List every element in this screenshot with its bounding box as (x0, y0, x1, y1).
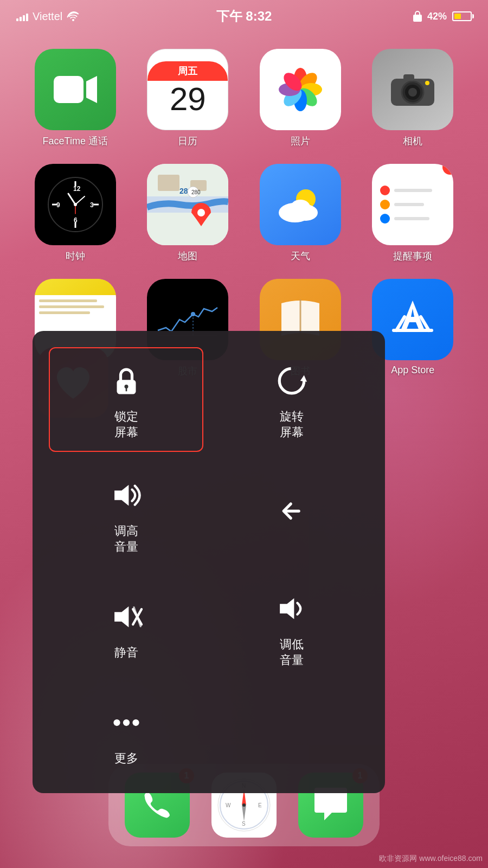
maps-label: 地图 (178, 250, 197, 263)
svg-point-28 (74, 203, 77, 206)
clock-label: 时钟 (66, 250, 85, 263)
status-bar: Viettel 下午 8:32 42% (0, 0, 488, 33)
back-item[interactable] (214, 463, 369, 565)
app-item-weather[interactable]: 天气 (247, 164, 354, 263)
maps-icon: 280 280 (147, 164, 228, 245)
svg-text:S: S (242, 821, 246, 827)
svg-text:E: E (258, 802, 262, 808)
app-item-facetime[interactable]: FaceTime 通话 (22, 49, 129, 148)
mute-label: 静音 (114, 645, 138, 661)
svg-marker-1 (86, 76, 97, 103)
volume-up-icon (107, 474, 145, 517)
battery-container (452, 11, 472, 21)
app-item-calendar[interactable]: 周五 29 日历 (134, 49, 242, 148)
lock-status-icon (413, 11, 422, 22)
watermark: 欧非资源网 www.ofeice88.com (379, 854, 483, 864)
weather-icon (260, 164, 341, 245)
carrier-name: Viettel (33, 10, 62, 23)
svg-rect-31 (158, 175, 179, 191)
rotate-screen-item[interactable]: 旋转屏幕 (214, 347, 369, 452)
svg-marker-52 (300, 375, 306, 382)
reminders-label: 提醒事项 (393, 250, 432, 263)
svg-rect-0 (54, 76, 84, 103)
lock-screen-icon (107, 359, 145, 403)
photos-icon (260, 49, 341, 130)
more-label: 更多 (114, 751, 138, 767)
camera-label: 相机 (403, 135, 422, 148)
camera-icon (372, 49, 453, 130)
volume-up-label: 调高音量 (114, 524, 138, 554)
app-item-clock[interactable]: 12 3 6 9 时钟 (22, 164, 129, 263)
status-right: 42% (413, 11, 472, 22)
battery-icon (452, 11, 472, 21)
battery-fill (454, 14, 461, 19)
calendar-label: 日历 (178, 135, 197, 148)
facetime-icon (35, 49, 116, 130)
status-time: 下午 8:32 (216, 8, 272, 25)
svg-point-36 (197, 209, 205, 216)
status-left: Viettel (16, 10, 80, 23)
app-item-camera[interactable]: 相机 (359, 49, 467, 148)
svg-marker-58 (280, 598, 294, 620)
svg-marker-53 (114, 485, 129, 506)
svg-point-13 (408, 88, 417, 97)
rotate-screen-icon (273, 359, 311, 403)
mute-icon (107, 595, 145, 639)
clock-icon: 12 3 6 9 (35, 164, 116, 245)
app-item-maps[interactable]: 280 280 地图 (134, 164, 242, 263)
back-arrow-icon (273, 489, 311, 533)
signal-bar-4 (26, 14, 28, 21)
svg-line-57 (134, 607, 140, 626)
svg-text:280: 280 (191, 189, 201, 195)
app-item-photos[interactable]: 照片 (247, 49, 354, 148)
facetime-label: FaceTime 通话 (43, 135, 108, 148)
wifi-icon (67, 11, 80, 21)
lock-screen-item[interactable]: 锁定屏幕 (49, 347, 203, 452)
svg-point-59 (113, 719, 120, 725)
rotate-screen-label: 旋转屏幕 (280, 409, 304, 440)
svg-point-61 (132, 719, 139, 725)
signal-bar-2 (20, 17, 22, 21)
calendar-icon: 周五 29 (147, 49, 228, 130)
reminders-badge: 1 (442, 164, 453, 175)
app-item-reminders[interactable]: 1 提醒事项 (359, 164, 467, 263)
svg-point-15 (425, 81, 429, 85)
volume-down-label: 调低音量 (280, 637, 304, 668)
svg-text:W: W (226, 802, 231, 808)
svg-text:6: 6 (74, 216, 78, 224)
svg-point-60 (123, 719, 129, 725)
volume-down-icon (273, 587, 311, 630)
svg-rect-14 (403, 74, 414, 81)
svg-text:9: 9 (56, 201, 60, 209)
appstore-label: App Store (391, 365, 434, 376)
signal-bar-3 (23, 15, 25, 21)
signal-bar-1 (16, 18, 18, 21)
reminders-icon: 1 (372, 164, 453, 245)
svg-text:3: 3 (90, 201, 94, 209)
more-item[interactable]: 更多 (49, 690, 203, 777)
signal-bars (16, 11, 28, 21)
context-menu: 锁定屏幕 旋转屏幕 调高音量 (33, 331, 385, 793)
lock-screen-label: 锁定屏幕 (114, 409, 138, 440)
photos-label: 照片 (291, 135, 310, 148)
volume-down-item[interactable]: 调低音量 (214, 576, 369, 679)
svg-point-40 (291, 200, 310, 215)
svg-point-70 (242, 803, 246, 807)
svg-text:12: 12 (73, 185, 81, 193)
battery-percent: 42% (427, 11, 447, 22)
weather-label: 天气 (291, 250, 310, 263)
mute-item[interactable]: 静音 (49, 576, 203, 679)
svg-marker-54 (114, 606, 129, 627)
volume-up-item[interactable]: 调高音量 (49, 463, 203, 565)
more-dots-icon (107, 701, 145, 744)
